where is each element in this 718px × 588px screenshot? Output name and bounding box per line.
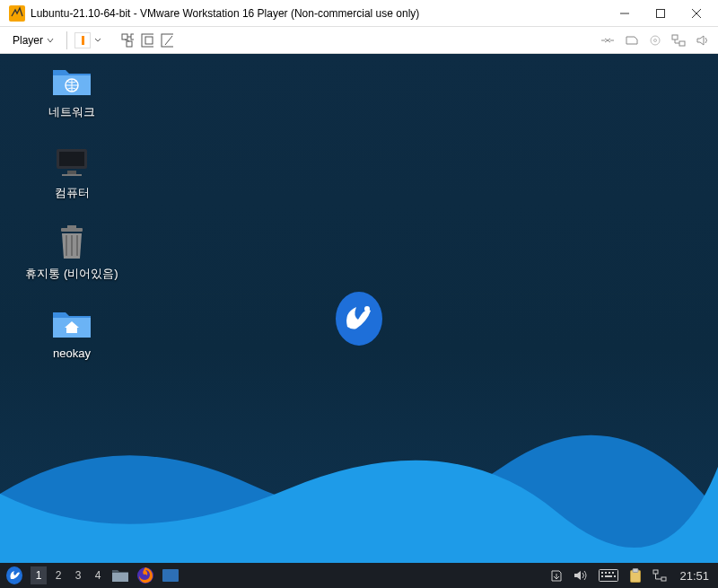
svg-rect-28 <box>162 569 179 582</box>
svg-rect-8 <box>145 37 153 44</box>
desktop-icon-label: 네트워크 <box>48 104 95 120</box>
workspace-button-3[interactable]: 3 <box>70 566 86 584</box>
player-menu-label: Player <box>13 34 43 47</box>
svg-rect-13 <box>679 41 685 46</box>
svg-rect-30 <box>601 572 603 574</box>
network-status-icon[interactable] <box>652 569 667 582</box>
svg-point-11 <box>654 39 657 41</box>
svg-rect-6 <box>127 41 132 47</box>
desktop-icon-label: 휴지통 (비어있음) <box>25 266 118 282</box>
svg-rect-7 <box>142 34 153 47</box>
svg-rect-35 <box>605 575 612 577</box>
vmware-app-icon <box>9 5 25 22</box>
lubuntu-logo-icon <box>335 290 383 346</box>
svg-rect-38 <box>633 569 638 573</box>
svg-rect-20 <box>67 171 76 174</box>
svg-rect-22 <box>61 228 83 232</box>
volume-icon[interactable] <box>574 569 588 582</box>
toolbar-separator <box>66 31 67 49</box>
system-tray <box>550 568 667 583</box>
desktop-icon-label: neokay <box>53 347 91 360</box>
minimize-button[interactable] <box>607 0 643 27</box>
keyboard-layout-icon[interactable] <box>599 569 618 582</box>
desktop-icon-area: 네트워크 컴퓨터 휴지통 (비어있음) neokay <box>0 63 144 383</box>
show-desktop-button[interactable] <box>160 565 181 586</box>
wallpaper-waves <box>0 386 718 566</box>
workspace-button-4[interactable]: 4 <box>90 566 106 584</box>
send-ctrl-alt-del-button[interactable] <box>119 32 136 48</box>
clipboard-icon[interactable] <box>629 568 642 583</box>
folder-home-icon <box>51 305 92 341</box>
svg-rect-34 <box>601 575 603 577</box>
workspace-button-1[interactable]: 1 <box>31 566 47 584</box>
network-adapter-icon[interactable] <box>671 34 686 47</box>
svg-rect-1 <box>657 9 665 17</box>
svg-rect-40 <box>661 577 666 581</box>
svg-point-10 <box>651 36 660 45</box>
vmware-toolbar: Player <box>0 27 718 54</box>
trash-icon <box>51 224 92 260</box>
firefox-launcher[interactable] <box>135 565 156 586</box>
close-button[interactable] <box>679 0 714 27</box>
workspace-button-2[interactable]: 2 <box>50 566 66 584</box>
network-desktop-icon[interactable]: 네트워크 <box>0 63 144 120</box>
svg-rect-36 <box>614 575 616 577</box>
svg-rect-5 <box>131 34 134 39</box>
svg-rect-9 <box>162 34 173 47</box>
chevron-down-icon[interactable] <box>94 37 101 44</box>
sound-icon[interactable] <box>696 35 711 46</box>
svg-rect-31 <box>605 572 607 574</box>
svg-rect-21 <box>62 174 82 176</box>
svg-rect-2 <box>82 36 84 45</box>
pause-vm-button[interactable] <box>74 32 91 48</box>
panel-clock[interactable]: 21:51 <box>679 569 709 583</box>
connection-icon[interactable] <box>601 36 614 45</box>
window-title: Lubuntu-21.10-64-bit - VMware Workstatio… <box>31 7 607 20</box>
home-folder-desktop-icon[interactable]: neokay <box>0 305 144 360</box>
computer-desktop-icon[interactable]: 컴퓨터 <box>0 144 144 201</box>
svg-rect-4 <box>122 34 127 39</box>
desktop-icon-label: 컴퓨터 <box>55 185 90 201</box>
player-menu-button[interactable]: Player <box>7 31 59 49</box>
trash-desktop-icon[interactable]: 휴지통 (비어있음) <box>0 224 144 282</box>
window-controls <box>607 0 714 27</box>
host-window-titlebar: Lubuntu-21.10-64-bit - VMware Workstatio… <box>0 0 718 27</box>
cd-icon[interactable] <box>650 35 661 46</box>
computer-icon <box>51 144 92 180</box>
folder-network-icon <box>51 63 92 99</box>
svg-rect-12 <box>672 35 678 39</box>
unity-mode-button[interactable] <box>159 32 175 48</box>
svg-rect-26 <box>112 573 128 582</box>
toolbar-status-icons <box>601 34 711 47</box>
file-manager-launcher[interactable] <box>109 565 131 586</box>
fullscreen-button[interactable] <box>139 32 155 48</box>
removable-media-icon[interactable] <box>550 568 563 583</box>
start-menu-button[interactable] <box>4 565 25 586</box>
maximize-button[interactable] <box>643 0 679 27</box>
lxqt-panel: 1 2 3 4 21:51 <box>0 563 718 588</box>
svg-rect-33 <box>612 572 614 574</box>
guest-desktop[interactable]: 네트워크 컴퓨터 휴지통 (비어있음) neokay 1 2 3 4 <box>0 54 718 588</box>
disk-icon[interactable] <box>625 35 639 46</box>
svg-rect-32 <box>609 572 610 574</box>
svg-point-15 <box>364 305 370 311</box>
svg-rect-39 <box>653 570 658 574</box>
svg-rect-23 <box>67 225 76 228</box>
svg-rect-19 <box>59 152 84 166</box>
